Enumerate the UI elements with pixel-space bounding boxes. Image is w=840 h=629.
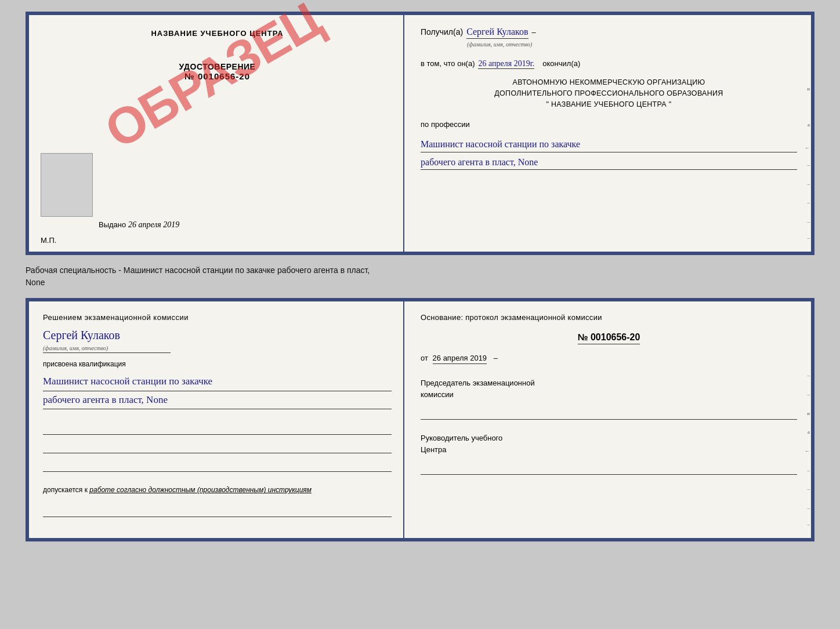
udostoverenie-number: № 0010656-20 xyxy=(43,71,392,81)
sig-line-2 xyxy=(43,439,392,453)
profession-block: Машинист насосной станции по закачке раб… xyxy=(421,134,797,170)
poluchil-line: Получил(а) Сергей Кулаков – xyxy=(421,27,797,39)
tick-d5: – xyxy=(808,235,810,241)
separator-line2: None xyxy=(26,277,814,289)
vtom-date: 26 апреля 2019г. xyxy=(478,59,534,69)
photo-placeholder xyxy=(41,153,93,217)
org-name-quotes: " НАЗВАНИЕ УЧЕБНОГО ЦЕНТРА " xyxy=(421,99,797,110)
rukovoditel-sig-line xyxy=(421,463,797,475)
poluchil-label: Получил(а) xyxy=(421,27,463,37)
po-professii-label: по профессии xyxy=(421,120,797,129)
signature-lines xyxy=(43,421,392,477)
org-line2: ДОПОЛНИТЕЛЬНОГО ПРОФЕССИОНАЛЬНОГО ОБРАЗО… xyxy=(421,88,797,99)
bottom-name: Сергей Кулаков xyxy=(43,329,392,342)
tick-d2: – xyxy=(808,181,810,187)
btick-a: а xyxy=(808,429,810,435)
bottom-left-panel: Решением экзаменационной комиссии Сергей… xyxy=(29,301,404,538)
vtom-label: в том, что он(а) xyxy=(421,59,475,68)
btick-d6: – xyxy=(807,521,810,527)
separator-text: Рабочая специальность - Машинист насосно… xyxy=(26,264,814,289)
ot-dash: – xyxy=(494,354,498,362)
vtom-line: в том, что он(а) 26 апреля 2019г. окончи… xyxy=(421,59,797,69)
rukovoditel-label: Руководитель учебного Центра xyxy=(421,432,797,455)
profession-line1: Машинист насосной станции по закачке xyxy=(421,137,797,152)
tick-i: и xyxy=(807,86,810,92)
tick-arrow: ← xyxy=(805,145,810,151)
tick-d1: – xyxy=(808,162,810,168)
poluchil-dash: – xyxy=(532,28,536,37)
btick-d5: – xyxy=(807,505,810,511)
dopuskaetsya-text: работе согласно должностным (производств… xyxy=(89,486,312,494)
sig-line-bottom xyxy=(43,503,392,517)
bottom-name-block: Сергей Кулаков (фамилия, имя, отчество) xyxy=(43,326,392,353)
udostoverenie-label: УДОСТОВЕРЕНИЕ xyxy=(43,62,392,71)
protocol-number-block: № 0010656-20 xyxy=(421,328,797,344)
predsedatel-sig-line xyxy=(421,408,797,420)
certificate-top: НАЗВАНИЕ УЧЕБНОГО ЦЕНТРА ОБРАЗЕЦ УДОСТОВ… xyxy=(26,12,814,255)
prisvoena-label: присвоена квалификация xyxy=(43,360,392,368)
predsedatel-label: Председатель экзаменационной комиссии xyxy=(421,377,797,400)
dopuskaetsya-block: допускается к работе согласно должностны… xyxy=(43,486,392,494)
predsedatel-line2: комиссии xyxy=(421,389,797,401)
poluchil-subtext: (фамилия, имя, отчество) xyxy=(467,41,797,48)
profession-line2: рабочего агента в пласт, None xyxy=(421,155,797,170)
bottom-right-panel: Основание: протокол экзаменационной коми… xyxy=(404,301,811,538)
tick-d3: – xyxy=(808,199,810,205)
btick-d3: – xyxy=(807,467,810,473)
btick-d4: – xyxy=(807,486,810,492)
okonchil-label: окончил(а) xyxy=(542,59,580,68)
ot-date-value: 26 апреля 2019 xyxy=(433,354,487,364)
separator-line1: Рабочая специальность - Машинист насосно… xyxy=(26,264,814,277)
btick-d2: – xyxy=(807,391,810,397)
resheniem-title: Решением экзаменационной комиссии xyxy=(43,313,392,322)
tick-a: а xyxy=(808,122,810,128)
org-block: АВТОНОМНУЮ НЕКОММЕРЧЕСКУЮ ОРГАНИЗАЦИЮ ДО… xyxy=(421,77,797,110)
vydano-date: 26 апреля 2019 xyxy=(128,220,179,229)
mp-label: М.П. xyxy=(41,236,56,245)
ot-label: от xyxy=(421,354,428,362)
center-title: НАЗВАНИЕ УЧЕБНОГО ЦЕНТРА xyxy=(43,29,392,38)
sig-line-1 xyxy=(43,421,392,435)
btick-arrow: ← xyxy=(805,448,810,454)
cert-right-panel: Получил(а) Сергей Кулаков – (фамилия, им… xyxy=(404,15,811,252)
bottom-right-ticks: – – и а ← – – – – xyxy=(802,301,811,538)
po-professii-text: по профессии xyxy=(421,120,470,129)
vydano-label: Выдано xyxy=(99,220,126,229)
btick-i: и xyxy=(807,410,810,416)
rukovoditel-line1: Руководитель учебного xyxy=(421,432,797,444)
certificate-bottom: Решением экзаменационной комиссии Сергей… xyxy=(26,298,814,541)
ot-date-line: от 26 апреля 2019 – xyxy=(421,354,797,362)
qualification-line2: рабочего агента в пласт, None xyxy=(43,391,392,410)
tick-d4: – xyxy=(808,219,810,224)
osnovanie-title: Основание: протокол экзаменационной коми… xyxy=(421,313,797,322)
sig-line-3 xyxy=(43,458,392,472)
vydano-line: Выдано 26 апреля 2019 xyxy=(99,220,179,230)
bottom-name-subtext: (фамилия, имя, отчество) xyxy=(43,345,171,353)
cert-left-panel: НАЗВАНИЕ УЧЕБНОГО ЦЕНТРА ОБРАЗЕЦ УДОСТОВ… xyxy=(29,15,404,252)
org-line1: АВТОНОМНУЮ НЕКОММЕРЧЕСКУЮ ОРГАНИЗАЦИЮ xyxy=(421,77,797,88)
poluchil-name: Сергей Кулаков xyxy=(466,27,528,39)
rukovoditel-line2: Центра xyxy=(421,444,797,456)
udostoverenie-block: УДОСТОВЕРЕНИЕ № 0010656-20 xyxy=(43,62,392,81)
predsedatel-line1: Председатель экзаменационной xyxy=(421,377,797,389)
dopuskaetsya-prefix: допускается к xyxy=(43,486,88,494)
qualification-line1: Машинист насосной станции по закачке xyxy=(43,373,392,391)
btick-d1: – xyxy=(807,372,810,378)
protocol-number: № 0010656-20 xyxy=(578,332,640,344)
right-margin-ticks: и а ← – – – – – xyxy=(802,15,811,252)
bottom-qualification-block: Машинист насосной станции по закачке раб… xyxy=(43,373,392,409)
